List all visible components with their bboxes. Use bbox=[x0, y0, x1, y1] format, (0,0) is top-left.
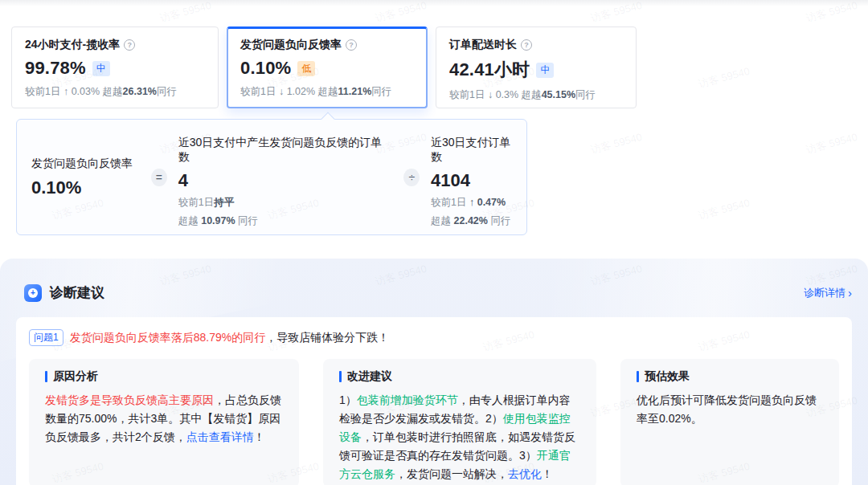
divide-icon: ÷ bbox=[403, 169, 420, 186]
diagnosis-columns: 原因分析 发错货多是导致负反馈高主要原因，占总负反馈数量的75.00%，共计3单… bbox=[29, 359, 839, 479]
diagnosis-body: 问题1 发货问题负向反馈率落后88.79%的同行 ，导致店铺体验分下跌！ 原因分… bbox=[16, 317, 852, 485]
formula-numerator: 近30日支付中产生发货问题负反馈的订单数 4 较前1日持平 超越 10.97% … bbox=[178, 120, 393, 234]
stat-lead: 较前1日 ↓ 0.3% 超越 bbox=[449, 89, 542, 100]
problem-rest: ，导致店铺体验分下跌！ bbox=[265, 331, 389, 345]
item-no: 3） bbox=[519, 449, 537, 462]
watermark-text: 访客 59540 bbox=[589, 130, 644, 157]
trend-lead: 较前1日 bbox=[431, 197, 469, 208]
trend-strong: ↑ 0.47% bbox=[469, 197, 506, 208]
plus-icon: + bbox=[28, 288, 38, 298]
problem-line: 问题1 发货问题负向反馈率落后88.79%的同行 ，导致店铺体验分下跌！ bbox=[29, 329, 839, 346]
metric-card-shipping-feedback-rate[interactable]: 发货问题负向反馈率 ? 0.10% 低 较前1日 ↓ 1.02% 超越11.21… bbox=[227, 26, 428, 108]
stat-lead: 较前1日 ↓ 1.02% 超越 bbox=[240, 86, 338, 97]
metric-value-row: 0.10% 低 bbox=[240, 58, 414, 79]
metric-value-row: 42.41小时 中 bbox=[449, 58, 623, 82]
formula-result: 发货问题负向反馈率 0.10% bbox=[31, 157, 140, 198]
exceed-strong: 10.97% bbox=[201, 215, 235, 226]
suggest-text: 1）包装前增加验货环节，由专人根据订单内容检验是否少发漏发或发错货。2）使用包装… bbox=[339, 391, 580, 483]
suggest-link-inspection[interactable]: 包装前增加验货环节 bbox=[357, 393, 458, 406]
item-no: 1） bbox=[339, 393, 357, 406]
level-badge: 中 bbox=[536, 63, 554, 78]
formula-result-label: 发货问题负向反馈率 bbox=[31, 157, 140, 171]
metric-title: 发货问题负向反馈率 bbox=[240, 38, 342, 52]
watermark-text: 访客 59540 bbox=[697, 64, 751, 92]
metric-value-row: 99.78% 中 bbox=[25, 58, 205, 79]
reason-header-label: 原因分析 bbox=[53, 369, 98, 384]
effect-header: 预估效果 bbox=[637, 369, 823, 384]
metric-title: 24小时支付-揽收率 bbox=[25, 38, 120, 52]
numerator-exceed-line: 超越 10.97% 同行 bbox=[178, 214, 393, 228]
numerator-label: 近30日支付中产生发货问题负反馈的订单数 bbox=[178, 136, 393, 165]
numerator-value: 4 bbox=[178, 170, 393, 191]
denominator-value: 4104 bbox=[431, 170, 512, 191]
stat-tail: 同行 bbox=[157, 86, 177, 97]
metric-value: 0.10% bbox=[240, 58, 291, 79]
exceed-lead: 超越 bbox=[431, 215, 453, 226]
metric-stat-line: 较前1日 ↓ 1.02% 超越11.21%同行 bbox=[240, 85, 414, 99]
denominator-label: 近30日支付订单数 bbox=[431, 136, 512, 165]
diagnosis-header: + 诊断建议 诊断详情 › bbox=[24, 283, 852, 302]
exceed-strong: 22.42% bbox=[454, 215, 488, 226]
metric-stat-line: 较前1日 ↓ 0.3% 超越45.15%同行 bbox=[449, 88, 623, 102]
reason-analysis-card: 原因分析 发错货多是导致负反馈高主要原因，占总负反馈数量的75.00%，共计3单… bbox=[29, 359, 299, 485]
formula-breakdown-card: 发货问题负向反馈率 0.10% = 近30日支付中产生发货问题负反馈的订单数 4… bbox=[16, 119, 527, 235]
effect-header-label: 预估效果 bbox=[645, 369, 690, 384]
level-badge: 中 bbox=[92, 61, 110, 76]
metric-card-pickup-rate[interactable]: 24小时支付-揽收率 ? 99.78% 中 较前1日 ↑ 0.03% 超越26.… bbox=[11, 26, 219, 108]
help-icon[interactable]: ? bbox=[346, 39, 357, 51]
stat-tail: 同行 bbox=[371, 86, 391, 97]
watermark-text: 访客 59540 bbox=[697, 196, 751, 223]
seller-dashboard-page: 24小时支付-揽收率 ? 99.78% 中 较前1日 ↑ 0.03% 超越26.… bbox=[0, 0, 868, 485]
diagnosis-detail-link[interactable]: 诊断详情 › bbox=[804, 286, 852, 300]
metric-title: 订单配送时长 bbox=[449, 38, 517, 52]
view-details-link[interactable]: 点击查看详情 bbox=[186, 430, 254, 443]
diagnosis-title: 诊断建议 bbox=[50, 283, 104, 302]
denominator-exceed-line: 超越 22.42% 同行 bbox=[431, 214, 512, 228]
stat-tail: 同行 bbox=[575, 89, 596, 100]
estimated-effect-card: 预估效果 优化后预计可降低发货问题负向反馈率至0.02%。 bbox=[620, 359, 839, 485]
exceed-lead: 超越 bbox=[178, 215, 201, 226]
equals-icon: = bbox=[151, 169, 167, 186]
help-icon[interactable]: ? bbox=[124, 39, 135, 51]
stat-strong: 11.21% bbox=[338, 86, 372, 97]
diagnosis-detail-label: 诊断详情 bbox=[804, 286, 845, 300]
item-suffix: ！ bbox=[542, 467, 553, 480]
chevron-right-icon: › bbox=[848, 287, 852, 299]
header-bar bbox=[637, 371, 639, 382]
metric-card-delivery-duration[interactable]: 订单配送时长 ? 42.41小时 中 较前1日 ↓ 0.3% 超越45.15%同… bbox=[436, 26, 637, 108]
help-icon[interactable]: ? bbox=[521, 39, 532, 51]
stat-strong: 45.15% bbox=[542, 89, 575, 100]
effect-text: 优化后预计可降低发货问题负向反馈率至0.02%。 bbox=[637, 391, 823, 428]
stat-strong: 26.31% bbox=[123, 86, 157, 97]
diagnosis-panel: + 诊断建议 诊断详情 › 问题1 发货问题负向反馈率落后88.79%的同行 ，… bbox=[0, 259, 868, 485]
metric-card-title-row: 订单配送时长 ? bbox=[449, 38, 623, 52]
level-badge: 低 bbox=[297, 61, 315, 76]
reason-text: 发错货多是导致负反馈高主要原因，占总负反馈数量的75.00%，共计3单。其中【发… bbox=[45, 391, 283, 446]
stat-lead: 较前1日 ↑ 0.03% 超越 bbox=[25, 86, 123, 97]
suggest-header: 改进建议 bbox=[339, 369, 580, 384]
medical-kit-icon: + bbox=[24, 284, 42, 302]
improvement-suggestions-card: 改进建议 1）包装前增加验货环节，由专人根据订单内容检验是否少发漏发或发错货。2… bbox=[323, 359, 596, 485]
reason-highlight: 发错货多是导致负反馈高主要原因 bbox=[45, 393, 214, 406]
suggest-header-label: 改进建议 bbox=[347, 369, 392, 384]
metric-card-title-row: 24小时支付-揽收率 ? bbox=[25, 38, 205, 52]
exceed-tail: 同行 bbox=[235, 215, 258, 226]
trend-lead: 较前1日 bbox=[178, 197, 214, 208]
numerator-trend-line: 较前1日持平 bbox=[178, 196, 393, 210]
denominator-trend-line: 较前1日 ↑ 0.47% bbox=[431, 196, 512, 210]
watermark-text: 访客 59540 bbox=[805, 130, 859, 157]
metric-value: 99.78% bbox=[25, 58, 86, 79]
reason-header: 原因分析 bbox=[45, 369, 283, 384]
item-text: ，发货问题一站解决， bbox=[395, 467, 508, 480]
problem-badge: 问题1 bbox=[29, 329, 63, 346]
header-bar bbox=[339, 371, 342, 382]
optimize-link[interactable]: 去优化 bbox=[508, 467, 542, 480]
metric-stat-line: 较前1日 ↑ 0.03% 超越26.31%同行 bbox=[25, 85, 205, 99]
formula-denominator: 近30日支付订单数 4104 较前1日 ↑ 0.47% 超越 22.42% 同行 bbox=[431, 120, 512, 234]
metric-card-title-row: 发货问题负向反馈率 ? bbox=[240, 38, 414, 52]
trend-strong: 持平 bbox=[214, 197, 234, 208]
exceed-tail: 同行 bbox=[488, 215, 510, 226]
reason-suffix: ！ bbox=[254, 430, 265, 443]
item-no: 2） bbox=[485, 412, 503, 425]
problem-highlight: 发货问题负向反馈率落后88.79%的同行 bbox=[70, 331, 265, 345]
